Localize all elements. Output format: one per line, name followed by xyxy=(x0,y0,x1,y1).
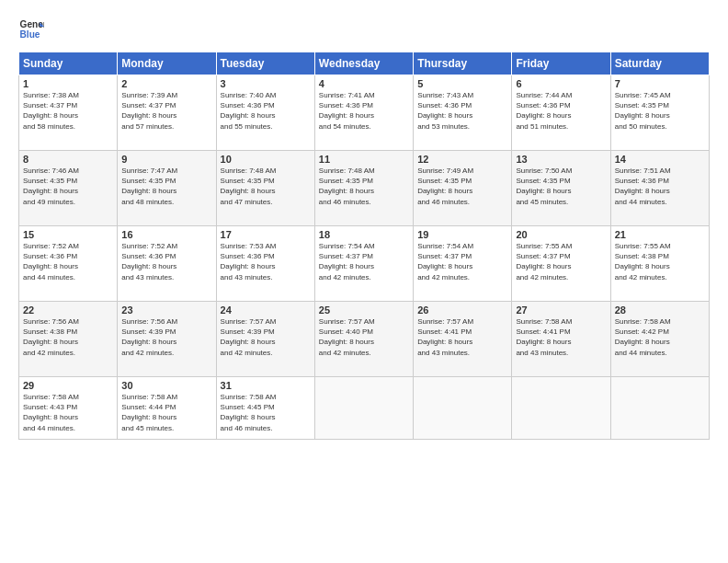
calendar-cell: 5Sunrise: 7:43 AM Sunset: 4:36 PM Daylig… xyxy=(414,75,512,151)
day-info: Sunrise: 7:38 AM Sunset: 4:37 PM Dayligh… xyxy=(23,90,113,132)
day-info: Sunrise: 7:44 AM Sunset: 4:36 PM Dayligh… xyxy=(516,90,606,132)
header: General Blue xyxy=(18,17,710,42)
day-info: Sunrise: 7:51 AM Sunset: 4:36 PM Dayligh… xyxy=(615,166,705,207)
generalblue-logo-icon: General Blue xyxy=(18,17,44,42)
day-info: Sunrise: 7:58 AM Sunset: 4:42 PM Dayligh… xyxy=(615,316,705,358)
day-info: Sunrise: 7:58 AM Sunset: 4:43 PM Dayligh… xyxy=(23,392,113,433)
day-info: Sunrise: 7:58 AM Sunset: 4:41 PM Dayligh… xyxy=(516,316,606,358)
calendar-week-1: 1Sunrise: 7:38 AM Sunset: 4:37 PM Daylig… xyxy=(19,75,710,151)
day-info: Sunrise: 7:39 AM Sunset: 4:37 PM Dayligh… xyxy=(121,90,211,132)
day-info: Sunrise: 7:43 AM Sunset: 4:36 PM Dayligh… xyxy=(417,90,507,132)
calendar-cell: 31Sunrise: 7:58 AM Sunset: 4:45 PM Dayli… xyxy=(216,377,314,440)
logo: General Blue xyxy=(18,17,44,42)
day-number: 30 xyxy=(121,380,211,391)
calendar-cell: 15Sunrise: 7:52 AM Sunset: 4:36 PM Dayli… xyxy=(19,226,118,302)
calendar-header-saturday: Saturday xyxy=(610,52,709,75)
calendar-cell: 14Sunrise: 7:51 AM Sunset: 4:36 PM Dayli… xyxy=(610,151,709,226)
day-number: 14 xyxy=(615,154,705,165)
svg-text:Blue: Blue xyxy=(20,29,40,40)
calendar-cell: 30Sunrise: 7:58 AM Sunset: 4:44 PM Dayli… xyxy=(118,377,216,440)
day-number: 15 xyxy=(23,229,113,240)
day-number: 31 xyxy=(221,380,311,391)
calendar-cell: 9Sunrise: 7:47 AM Sunset: 4:35 PM Daylig… xyxy=(118,151,216,226)
day-number: 13 xyxy=(516,154,606,165)
calendar-cell: 27Sunrise: 7:58 AM Sunset: 4:41 PM Dayli… xyxy=(512,302,610,377)
calendar-cell: 2Sunrise: 7:39 AM Sunset: 4:37 PM Daylig… xyxy=(118,75,216,151)
day-number: 22 xyxy=(23,304,113,316)
calendar-header-friday: Friday xyxy=(512,52,610,75)
day-info: Sunrise: 7:41 AM Sunset: 4:36 PM Dayligh… xyxy=(319,90,409,132)
day-number: 5 xyxy=(417,78,507,89)
calendar-header-monday: Monday xyxy=(118,52,216,75)
day-info: Sunrise: 7:52 AM Sunset: 4:36 PM Dayligh… xyxy=(121,241,211,282)
day-number: 26 xyxy=(417,304,507,316)
day-info: Sunrise: 7:55 AM Sunset: 4:38 PM Dayligh… xyxy=(615,241,705,282)
calendar-cell: 20Sunrise: 7:55 AM Sunset: 4:37 PM Dayli… xyxy=(512,226,610,302)
day-info: Sunrise: 7:57 AM Sunset: 4:40 PM Dayligh… xyxy=(319,316,409,358)
calendar-week-2: 8Sunrise: 7:46 AM Sunset: 4:35 PM Daylig… xyxy=(19,151,710,226)
day-info: Sunrise: 7:46 AM Sunset: 4:35 PM Dayligh… xyxy=(23,166,113,207)
calendar-week-4: 22Sunrise: 7:56 AM Sunset: 4:38 PM Dayli… xyxy=(19,302,710,377)
calendar-cell: 29Sunrise: 7:58 AM Sunset: 4:43 PM Dayli… xyxy=(19,377,118,440)
day-number: 21 xyxy=(615,229,705,240)
day-number: 2 xyxy=(121,78,211,89)
calendar-week-5: 29Sunrise: 7:58 AM Sunset: 4:43 PM Dayli… xyxy=(19,377,710,440)
day-info: Sunrise: 7:58 AM Sunset: 4:45 PM Dayligh… xyxy=(221,392,311,433)
day-info: Sunrise: 7:47 AM Sunset: 4:35 PM Dayligh… xyxy=(121,166,211,207)
calendar-table: SundayMondayTuesdayWednesdayThursdayFrid… xyxy=(18,52,710,440)
day-number: 28 xyxy=(615,304,705,316)
day-info: Sunrise: 7:40 AM Sunset: 4:36 PM Dayligh… xyxy=(221,90,311,132)
calendar-cell: 18Sunrise: 7:54 AM Sunset: 4:37 PM Dayli… xyxy=(314,226,413,302)
day-info: Sunrise: 7:55 AM Sunset: 4:37 PM Dayligh… xyxy=(516,241,606,282)
day-number: 25 xyxy=(319,304,409,316)
day-number: 18 xyxy=(319,229,409,240)
calendar-cell: 17Sunrise: 7:53 AM Sunset: 4:36 PM Dayli… xyxy=(216,226,314,302)
calendar-cell: 25Sunrise: 7:57 AM Sunset: 4:40 PM Dayli… xyxy=(314,302,413,377)
calendar-cell: 7Sunrise: 7:45 AM Sunset: 4:35 PM Daylig… xyxy=(610,75,709,151)
calendar-header-sunday: Sunday xyxy=(19,52,118,75)
calendar-cell: 13Sunrise: 7:50 AM Sunset: 4:35 PM Dayli… xyxy=(512,151,610,226)
day-info: Sunrise: 7:56 AM Sunset: 4:39 PM Dayligh… xyxy=(121,316,211,358)
day-number: 7 xyxy=(615,78,705,89)
day-info: Sunrise: 7:45 AM Sunset: 4:35 PM Dayligh… xyxy=(615,90,705,132)
day-number: 23 xyxy=(121,304,211,316)
calendar-cell xyxy=(314,377,413,440)
day-info: Sunrise: 7:57 AM Sunset: 4:39 PM Dayligh… xyxy=(221,316,311,358)
day-number: 27 xyxy=(516,304,606,316)
day-number: 12 xyxy=(417,154,507,165)
day-number: 20 xyxy=(516,229,606,240)
calendar-cell: 10Sunrise: 7:48 AM Sunset: 4:35 PM Dayli… xyxy=(216,151,314,226)
day-number: 4 xyxy=(319,78,409,89)
calendar-header-thursday: Thursday xyxy=(414,52,512,75)
calendar-cell: 1Sunrise: 7:38 AM Sunset: 4:37 PM Daylig… xyxy=(19,75,118,151)
calendar-cell: 4Sunrise: 7:41 AM Sunset: 4:36 PM Daylig… xyxy=(314,75,413,151)
calendar-cell: 26Sunrise: 7:57 AM Sunset: 4:41 PM Dayli… xyxy=(414,302,512,377)
calendar-cell: 23Sunrise: 7:56 AM Sunset: 4:39 PM Dayli… xyxy=(118,302,216,377)
day-info: Sunrise: 7:49 AM Sunset: 4:35 PM Dayligh… xyxy=(417,166,507,207)
day-info: Sunrise: 7:54 AM Sunset: 4:37 PM Dayligh… xyxy=(319,241,409,282)
calendar-cell: 8Sunrise: 7:46 AM Sunset: 4:35 PM Daylig… xyxy=(19,151,118,226)
calendar-cell: 21Sunrise: 7:55 AM Sunset: 4:38 PM Dayli… xyxy=(610,226,709,302)
calendar-cell: 11Sunrise: 7:48 AM Sunset: 4:35 PM Dayli… xyxy=(314,151,413,226)
calendar-cell: 22Sunrise: 7:56 AM Sunset: 4:38 PM Dayli… xyxy=(19,302,118,377)
day-info: Sunrise: 7:48 AM Sunset: 4:35 PM Dayligh… xyxy=(221,166,311,207)
calendar-cell: 6Sunrise: 7:44 AM Sunset: 4:36 PM Daylig… xyxy=(512,75,610,151)
calendar-cell: 19Sunrise: 7:54 AM Sunset: 4:37 PM Dayli… xyxy=(414,226,512,302)
day-number: 29 xyxy=(23,380,113,391)
day-info: Sunrise: 7:48 AM Sunset: 4:35 PM Dayligh… xyxy=(319,166,409,207)
day-number: 1 xyxy=(23,78,113,89)
day-info: Sunrise: 7:54 AM Sunset: 4:37 PM Dayligh… xyxy=(417,241,507,282)
calendar-cell: 28Sunrise: 7:58 AM Sunset: 4:42 PM Dayli… xyxy=(610,302,709,377)
day-info: Sunrise: 7:52 AM Sunset: 4:36 PM Dayligh… xyxy=(23,241,113,282)
calendar-cell: 12Sunrise: 7:49 AM Sunset: 4:35 PM Dayli… xyxy=(414,151,512,226)
page: General Blue SundayMondayTuesdayWednesda… xyxy=(0,0,728,563)
day-number: 9 xyxy=(121,154,211,165)
calendar-week-3: 15Sunrise: 7:52 AM Sunset: 4:36 PM Dayli… xyxy=(19,226,710,302)
day-number: 3 xyxy=(221,78,311,89)
day-info: Sunrise: 7:56 AM Sunset: 4:38 PM Dayligh… xyxy=(23,316,113,358)
calendar-cell xyxy=(512,377,610,440)
day-number: 11 xyxy=(319,154,409,165)
day-info: Sunrise: 7:58 AM Sunset: 4:44 PM Dayligh… xyxy=(121,392,211,433)
calendar-cell: 3Sunrise: 7:40 AM Sunset: 4:36 PM Daylig… xyxy=(216,75,314,151)
calendar-header-row: SundayMondayTuesdayWednesdayThursdayFrid… xyxy=(19,52,710,75)
